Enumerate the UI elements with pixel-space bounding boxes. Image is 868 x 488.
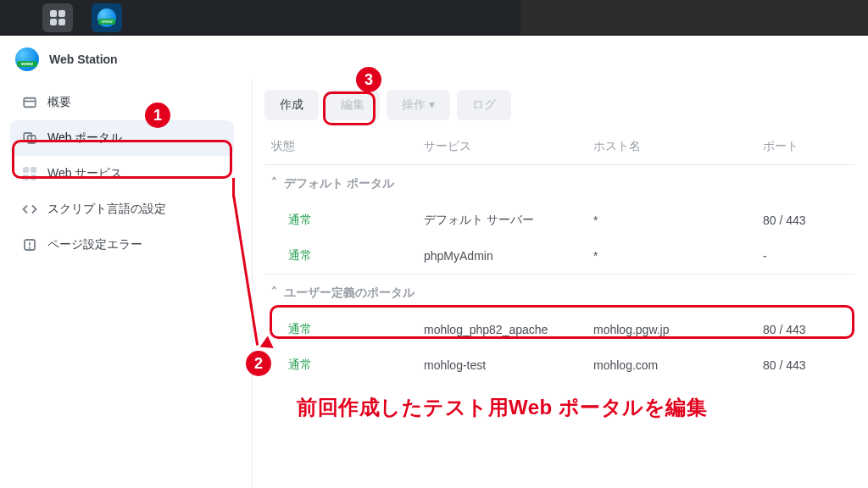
service-cell: mohlog_php82_apache xyxy=(417,312,587,347)
status-text: 通常 xyxy=(288,358,312,371)
svg-rect-0 xyxy=(24,98,36,108)
portal-icon xyxy=(22,130,37,146)
service-cell: デフォルト サーバー xyxy=(417,202,587,238)
group-row-user[interactable]: ˄ユーザー定義のポータル xyxy=(264,274,854,313)
chevron-down-icon: ˄ xyxy=(271,175,277,189)
toolbar: 作成 編集 操作 ▾ ログ xyxy=(264,85,854,130)
code-icon xyxy=(22,202,37,217)
group-label: デフォルト ポータル xyxy=(284,176,394,190)
annotation-label-3: 3 xyxy=(356,67,381,92)
table-row[interactable]: 通常 mohlog-test mohlog.com 80 / 443 xyxy=(264,347,854,383)
portal-table: 状態 サービス ホスト名 ポート ˄デフォルト ポータル 通常 デフォルト サー… xyxy=(264,130,854,383)
overview-icon xyxy=(22,95,37,110)
sidebar-item-label: Web ポータル xyxy=(47,130,122,146)
annotation-caption: 前回作成したテスト用Web ポータルを編集 xyxy=(297,394,707,421)
sidebar-item-label: ページ設定エラー xyxy=(47,237,142,252)
taskbar xyxy=(0,0,868,36)
port-cell: 80 / 443 xyxy=(756,347,854,383)
group-label: ユーザー定義のポータル xyxy=(284,286,415,299)
col-status[interactable]: 状態 xyxy=(264,130,417,165)
port-cell: - xyxy=(756,238,854,274)
status-text: 通常 xyxy=(288,213,312,226)
webstation-taskbar-icon[interactable] xyxy=(92,3,122,32)
status-text: 通常 xyxy=(288,248,312,262)
port-cell: 80 / 443 xyxy=(756,312,854,347)
service-cell: mohlog-test xyxy=(417,347,587,383)
host-cell: mohlog.pgw.jp xyxy=(587,312,756,347)
sidebar-item-page-errors[interactable]: ページ設定エラー xyxy=(10,227,234,263)
chevron-down-icon: ▾ xyxy=(426,97,435,111)
operate-button[interactable]: 操作 ▾ xyxy=(387,90,450,120)
create-button[interactable]: 作成 xyxy=(264,90,319,120)
sidebar-item-web-portal[interactable]: Web ポータル xyxy=(10,120,234,156)
host-cell: * xyxy=(587,202,756,238)
service-icon xyxy=(22,166,37,181)
group-row-default[interactable]: ˄デフォルト ポータル xyxy=(264,165,854,203)
service-cell: phpMyAdmin xyxy=(417,238,587,274)
log-button[interactable]: ログ xyxy=(457,90,511,120)
table-header-row: 状態 サービス ホスト名 ポート xyxy=(264,130,854,165)
app-logo-icon xyxy=(15,47,39,71)
chevron-down-icon: ˄ xyxy=(271,285,277,298)
svg-point-6 xyxy=(30,247,31,248)
host-cell: * xyxy=(587,238,756,274)
table-row[interactable]: 通常 phpMyAdmin * - xyxy=(264,238,854,274)
status-text: 通常 xyxy=(288,322,312,336)
sidebar-item-overview[interactable]: 概要 xyxy=(10,85,234,120)
sidebar-item-label: スクリプト言語の設定 xyxy=(47,202,166,217)
col-host[interactable]: ホスト名 xyxy=(587,130,756,165)
alert-icon xyxy=(22,237,37,252)
annotation-label-1: 1 xyxy=(145,103,170,128)
table-row[interactable]: 通常 mohlog_php82_apache mohlog.pgw.jp 80 … xyxy=(264,312,854,347)
sidebar: 概要 Web ポータル Web サービス スクリプト言語の設定 xyxy=(0,80,244,488)
apps-grid-icon[interactable] xyxy=(42,3,73,32)
table-row[interactable]: 通常 デフォルト サーバー * 80 / 443 xyxy=(264,202,854,238)
sidebar-item-label: 概要 xyxy=(47,95,71,110)
host-cell: mohlog.com xyxy=(587,347,756,383)
app-title: Web Station xyxy=(49,53,118,66)
col-port[interactable]: ポート xyxy=(756,130,854,165)
content-pane: 作成 編集 操作 ▾ ログ 状態 サービス ホスト名 ポート ˄デフォルト ポー… xyxy=(244,80,868,488)
col-service[interactable]: サービス xyxy=(417,130,587,165)
sidebar-item-label: Web サービス xyxy=(47,166,122,181)
edit-button[interactable]: 編集 xyxy=(326,90,380,120)
sidebar-item-script-settings[interactable]: スクリプト言語の設定 xyxy=(10,191,234,227)
annotation-label-2: 2 xyxy=(246,351,271,376)
app-header: Web Station xyxy=(0,36,868,80)
port-cell: 80 / 443 xyxy=(756,202,854,238)
sidebar-item-web-service[interactable]: Web サービス xyxy=(10,156,234,191)
